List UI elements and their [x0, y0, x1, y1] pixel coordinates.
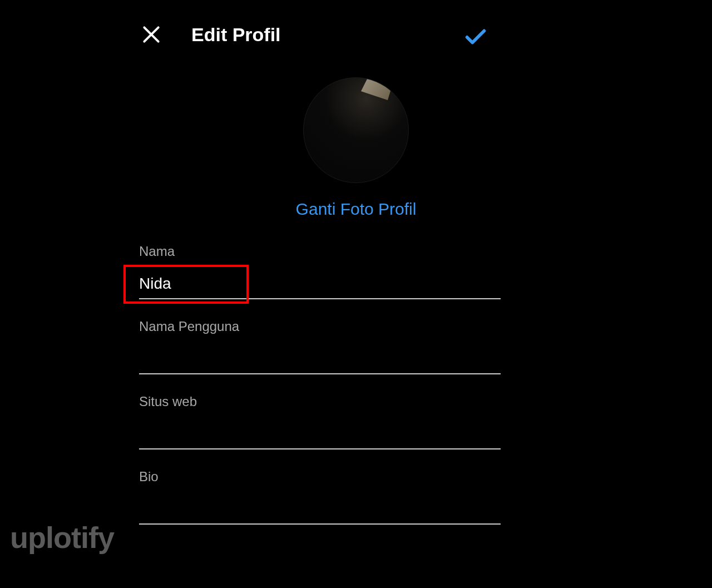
name-field-group: Nama	[139, 244, 573, 299]
bio-label: Bio	[139, 469, 573, 485]
website-field-group: Situs web	[139, 394, 573, 449]
website-input[interactable]	[139, 419, 501, 449]
close-button[interactable]	[139, 22, 164, 47]
watermark-text: uplotify	[10, 520, 114, 555]
name-label: Nama	[139, 244, 573, 259]
close-icon	[141, 24, 162, 45]
page-title: Edit Profil	[191, 24, 281, 46]
name-input[interactable]	[139, 269, 501, 299]
check-icon	[463, 23, 488, 49]
bio-input[interactable]	[139, 495, 501, 525]
avatar[interactable]	[303, 77, 409, 183]
website-label: Situs web	[139, 394, 573, 409]
bio-field-group: Bio	[139, 469, 573, 525]
confirm-button[interactable]	[462, 22, 490, 50]
username-input[interactable]	[139, 344, 501, 374]
username-label: Nama Pengguna	[139, 319, 573, 334]
change-photo-link[interactable]: Ganti Foto Profil	[296, 200, 417, 219]
username-field-group: Nama Pengguna	[139, 319, 573, 374]
